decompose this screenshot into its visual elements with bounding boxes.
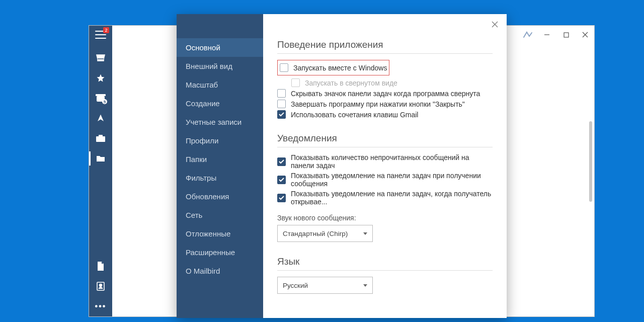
language-select[interactable]: Русский (277, 277, 373, 294)
checkbox-icon (291, 78, 300, 87)
checkbox-label: Скрывать значок панели задач когда прогр… (291, 90, 480, 98)
toolbox-icon[interactable] (95, 133, 106, 143)
close-button[interactable] (579, 29, 591, 41)
checkbox-icon[interactable] (280, 63, 288, 72)
option-launch-minimized: Запускать в свернутом виде (291, 78, 493, 87)
checkbox-label: Показывать количество непрочитанных сооб… (291, 153, 493, 170)
chevron-down-icon (363, 232, 367, 235)
checkbox-icon[interactable] (277, 100, 286, 108)
sound-label: Звук нового сообщения: (277, 214, 493, 222)
settings-dialog: Основной Внешний вид Масштаб Создание Уч… (177, 14, 507, 318)
nav-profiles[interactable]: Профили (177, 131, 263, 150)
window-controls (522, 29, 591, 41)
nav-filters[interactable]: Фильтры (177, 169, 263, 187)
svg-rect-1 (96, 94, 106, 96)
checkbox-label: Запускать вместе с Windows (293, 64, 387, 72)
app-sidebar: 2 5 ••• (89, 26, 112, 316)
settings-body: Поведение приложения Запускать вместе с … (263, 14, 507, 318)
checkbox-icon[interactable] (277, 89, 286, 98)
option-show-count[interactable]: Показывать количество непрочитанных сооб… (277, 153, 493, 170)
star-icon[interactable] (95, 73, 106, 83)
select-value: Стандартный (Chirp) (283, 230, 348, 237)
checkbox-icon[interactable] (277, 176, 286, 184)
nav-scaling[interactable]: Масштаб (177, 75, 263, 94)
checkbox-label: Запускать в свернутом виде (305, 79, 397, 87)
archive-icon[interactable]: 5 (95, 93, 106, 103)
option-show-new[interactable]: Показывать уведомление на панели задач п… (277, 172, 493, 188)
highlighted-option: Запускать вместе с Windows (277, 60, 389, 75)
svg-rect-2 (96, 136, 105, 142)
select-value: Русский (283, 282, 308, 289)
nav-general[interactable]: Основной (177, 38, 263, 57)
section-notifications-title: Уведомления (277, 133, 493, 147)
nav-snoozed[interactable]: Отложенные (177, 224, 263, 243)
svg-rect-7 (564, 33, 569, 37)
maximize-button[interactable] (560, 29, 572, 41)
checkbox-icon[interactable] (277, 110, 286, 119)
nav-accounts[interactable]: Учетные записи (177, 113, 263, 131)
minimize-button[interactable] (541, 29, 553, 41)
document-icon[interactable] (95, 261, 106, 271)
option-gmail-shortcuts[interactable]: Использовать сочетания клавиш Gmail (277, 110, 493, 119)
nav-about[interactable]: О Mailbird (177, 262, 263, 280)
inbox-icon[interactable] (95, 53, 106, 63)
dialog-close-icon[interactable] (490, 19, 500, 29)
nav-network[interactable]: Сеть (177, 206, 263, 224)
chevron-down-icon (363, 284, 367, 287)
checkbox-icon[interactable] (277, 157, 286, 166)
more-icon[interactable]: ••• (95, 301, 106, 311)
contacts-icon[interactable] (95, 281, 106, 291)
option-hide-tray[interactable]: Скрывать значок панели задач когда прогр… (277, 89, 493, 98)
option-show-open[interactable]: Показывать уведомление на панели задач, … (277, 190, 493, 206)
nav-advanced[interactable]: Расширенные (177, 243, 263, 262)
svg-rect-3 (99, 135, 103, 137)
scrollbar[interactable] (589, 121, 592, 202)
settings-nav: Основной Внешний вид Масштаб Создание Уч… (177, 14, 263, 318)
option-exit-on-close[interactable]: Завершать программу при нажатии кнопки "… (277, 100, 493, 108)
checkbox-icon[interactable] (277, 194, 286, 202)
sound-select[interactable]: Стандартный (Chirp) (277, 225, 373, 242)
section-behavior-title: Поведение приложения (277, 39, 493, 54)
nav-appearance[interactable]: Внешний вид (177, 57, 263, 75)
checkbox-label: Показывать уведомление на панели задач п… (291, 172, 493, 188)
nav-compose[interactable]: Создание (177, 94, 263, 113)
checkbox-label: Завершать программу при нажатии кнопки "… (291, 100, 465, 108)
unread-badge: 2 (103, 27, 109, 33)
app-logo-icon (522, 29, 534, 41)
menu-toggle[interactable]: 2 (95, 30, 106, 40)
checkbox-label: Использовать сочетания клавиш Gmail (291, 111, 418, 119)
nav-folders[interactable]: Папки (177, 150, 263, 169)
svg-point-5 (100, 284, 102, 287)
folder-icon[interactable] (95, 153, 106, 164)
checkbox-label: Показывать уведомление на панели задач, … (291, 190, 493, 206)
send-icon[interactable] (95, 113, 106, 123)
section-language-title: Язык (277, 256, 493, 271)
nav-updates[interactable]: Обновления (177, 187, 263, 206)
option-launch-with-windows[interactable]: Запускать вместе с Windows (280, 63, 387, 72)
